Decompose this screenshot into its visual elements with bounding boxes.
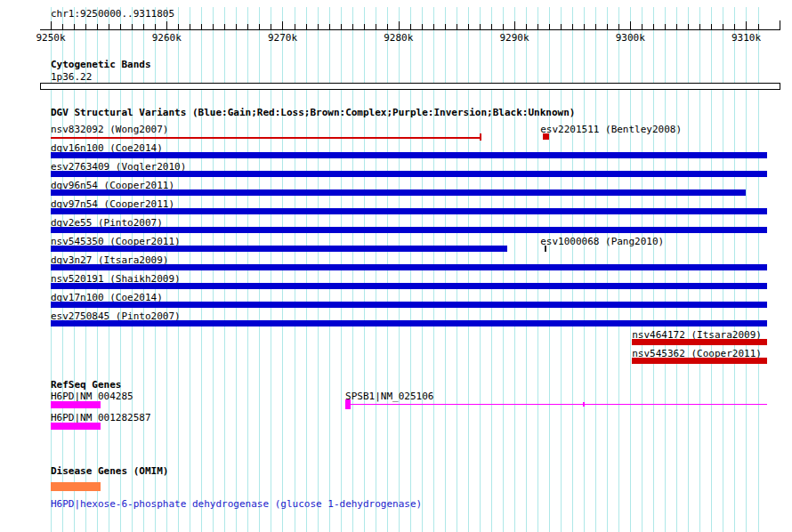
omim-gene-link[interactable]: H6PD|hexose-6-phosphate dehydrogenase (g… (51, 499, 422, 509)
omim-track (0, 0, 792, 532)
genome-browser: chr1:9250000..9311805 9250k9260k9270k928… (0, 0, 792, 532)
omim-gene-bar[interactable] (51, 482, 101, 491)
